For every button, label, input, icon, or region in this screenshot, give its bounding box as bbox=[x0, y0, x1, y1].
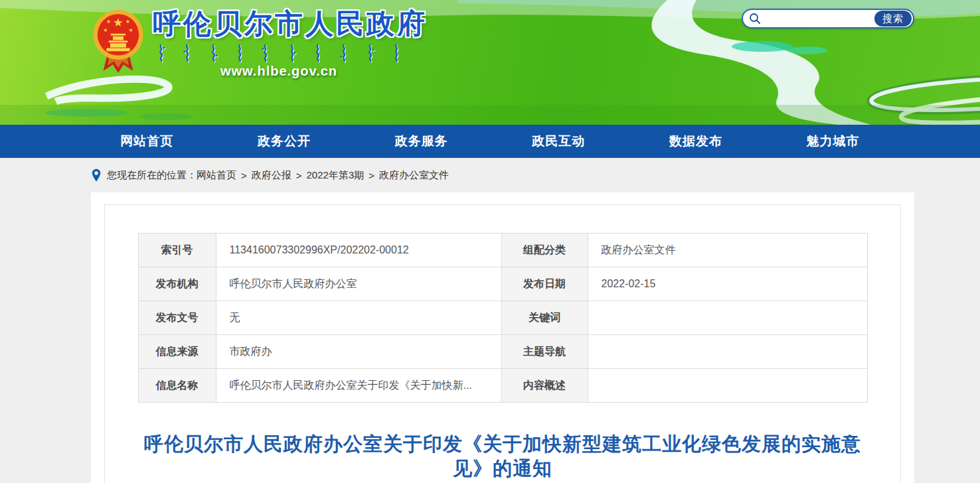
breadcrumb-item-gazette[interactable]: 政府公报 bbox=[252, 169, 291, 182]
header-banner: ★ ★ ★ ★ ★ 呼伦贝尔市人民政府 bbox=[0, 0, 980, 125]
table-row: 索引号 1134160073302996XP/202202-00012 组配分类… bbox=[138, 234, 867, 267]
breadcrumb-item-office-docs[interactable]: 政府办公室文件 bbox=[379, 169, 449, 182]
table-row: 发布文号 无 关键词 bbox=[138, 301, 867, 335]
nav-item-gov-services[interactable]: 政务服务 bbox=[395, 133, 448, 150]
meta-value-keywords bbox=[588, 301, 867, 335]
svg-text:★: ★ bbox=[103, 27, 108, 33]
search-button[interactable]: 搜索 bbox=[874, 11, 912, 27]
meta-label-index-number: 索引号 bbox=[138, 234, 216, 267]
breadcrumb-separator: > bbox=[368, 170, 374, 181]
meta-value-publish-date: 2022-02-15 bbox=[588, 267, 867, 301]
site-brand[interactable]: ★ ★ ★ ★ ★ 呼伦贝尔市人民政府 bbox=[92, 5, 405, 79]
location-pin-icon bbox=[91, 169, 102, 182]
meta-label-info-name: 信息名称 bbox=[138, 369, 216, 403]
site-title-block: 呼伦贝尔市人民政府 www.hlbe.gov.cn bbox=[153, 5, 405, 79]
meta-label-category: 组配分类 bbox=[501, 234, 588, 267]
main-nav: 网站首页 政务公开 政务服务 政民互动 数据发布 魅力城市 bbox=[0, 125, 980, 158]
breadcrumb-prefix: 您现在所在的位置： bbox=[107, 169, 197, 182]
document-meta-table: 索引号 1134160073302996XP/202202-00012 组配分类… bbox=[138, 233, 868, 403]
meta-value-issuing-agency: 呼伦贝尔市人民政府办公室 bbox=[216, 267, 501, 301]
table-row: 信息名称 呼伦贝尔市人民政府办公室关于印发《关于加快新... 内容概述 bbox=[138, 369, 867, 403]
table-row: 发布机构 呼伦贝尔市人民政府办公室 发布日期 2022-02-15 bbox=[138, 267, 867, 301]
document-panel: 索引号 1134160073302996XP/202202-00012 组配分类… bbox=[104, 204, 901, 483]
meta-label-summary: 内容概述 bbox=[501, 369, 588, 403]
meta-value-summary bbox=[588, 369, 867, 403]
search-icon bbox=[749, 13, 761, 25]
meta-label-publish-date: 发布日期 bbox=[501, 267, 588, 301]
nav-item-gov-disclosure[interactable]: 政务公开 bbox=[258, 133, 311, 150]
meta-value-info-name: 呼伦贝尔市人民政府办公室关于印发《关于加快新... bbox=[216, 369, 501, 403]
nav-item-data-release[interactable]: 数据发布 bbox=[669, 133, 722, 150]
nav-item-citizen-interaction[interactable]: 政民互动 bbox=[532, 133, 585, 150]
breadcrumb: 您现在所在的位置： 网站首页 > 政府公报 > 2022年第3期 > 政府办公室… bbox=[0, 158, 980, 192]
search-box: 搜索 bbox=[742, 9, 914, 29]
meta-value-category: 政府办公室文件 bbox=[588, 234, 867, 267]
site-url: www.hlbe.gov.cn bbox=[153, 64, 405, 79]
main-nav-inner: 网站首页 政务公开 政务服务 政民互动 数据发布 魅力城市 bbox=[78, 125, 902, 158]
meta-value-document-number: 无 bbox=[216, 301, 501, 335]
mongolian-script bbox=[153, 42, 405, 62]
site-title: 呼伦贝尔市人民政府 bbox=[153, 5, 405, 42]
meta-label-issuing-agency: 发布机构 bbox=[138, 267, 216, 301]
meta-label-topic-nav: 主题导航 bbox=[501, 335, 588, 369]
table-row: 信息来源 市政府办 主题导航 bbox=[138, 335, 867, 369]
content-card: 索引号 1134160073302996XP/202202-00012 组配分类… bbox=[91, 192, 914, 483]
page: ★ ★ ★ ★ ★ 呼伦贝尔市人民政府 bbox=[0, 0, 980, 483]
nav-item-home[interactable]: 网站首页 bbox=[120, 133, 173, 150]
svg-text:★: ★ bbox=[125, 19, 130, 25]
breadcrumb-item-issue[interactable]: 2022年第3期 bbox=[307, 169, 365, 182]
meta-value-info-source: 市政府办 bbox=[216, 335, 501, 369]
document-title: 呼伦贝尔市人民政府办公室关于印发《关于加快新型建筑工业化绿色发展的实施意见》的通… bbox=[137, 432, 868, 481]
meta-label-keywords: 关键词 bbox=[501, 301, 588, 335]
svg-text:★: ★ bbox=[129, 27, 133, 33]
svg-text:★: ★ bbox=[113, 16, 123, 29]
breadcrumb-item-home[interactable]: 网站首页 bbox=[197, 169, 236, 182]
breadcrumb-separator: > bbox=[241, 170, 247, 181]
search-input[interactable] bbox=[761, 11, 874, 26]
nav-item-city-charm[interactable]: 魅力城市 bbox=[807, 133, 860, 150]
meta-value-topic-nav bbox=[588, 335, 867, 369]
svg-text:★: ★ bbox=[106, 19, 111, 25]
meta-label-info-source: 信息来源 bbox=[138, 335, 216, 369]
meta-value-index-number: 1134160073302996XP/202202-00012 bbox=[216, 234, 501, 267]
breadcrumb-separator: > bbox=[296, 170, 302, 181]
national-emblem-icon: ★ ★ ★ ★ ★ bbox=[92, 8, 145, 74]
meta-label-document-number: 发布文号 bbox=[138, 301, 216, 335]
